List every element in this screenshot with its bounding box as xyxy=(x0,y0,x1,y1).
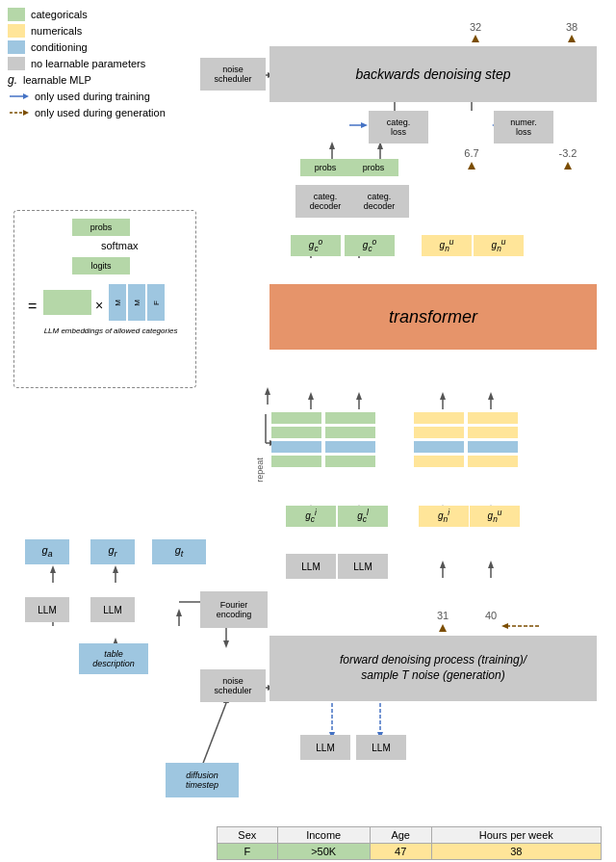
forward-denoising-label: forward denoising process (training)/ sa… xyxy=(340,653,526,683)
svg-marker-47 xyxy=(440,561,446,568)
softmax-explanation-box: probs softmax logits = × M M F LLM embed… xyxy=(13,210,196,388)
svg-marker-3 xyxy=(23,110,29,116)
probs-label-2: probs xyxy=(363,163,385,172)
fourier-box: Fourier encoding xyxy=(200,591,268,628)
categ-decoder-1-label: categ. decoder xyxy=(310,192,342,211)
categ-loss-label: categ. loss xyxy=(387,118,411,137)
gr-box: gr xyxy=(90,539,135,564)
cell-sex: F xyxy=(218,844,278,860)
llm-embeddings-label: LLM embeddings of allowed categories xyxy=(34,327,188,335)
svg-marker-49 xyxy=(488,561,494,568)
col-sex: Sex xyxy=(218,827,278,844)
legend-no-learnable: no learnable parameters xyxy=(8,57,186,70)
legend-g-symbol: g. xyxy=(8,73,17,87)
svg-marker-33 xyxy=(488,392,494,400)
diffusion-timestep-box: diffusion timestep xyxy=(166,763,239,797)
col-hours: Hours per week xyxy=(431,827,601,844)
llm-fwd-2: LLM xyxy=(356,735,406,760)
noise-scheduler-top: noise scheduler xyxy=(200,58,266,91)
legend-training-only: only used during training xyxy=(8,90,186,103)
svg-marker-27 xyxy=(308,392,314,400)
gc-i-1: gci xyxy=(286,506,336,527)
probs-inner: probs xyxy=(72,219,130,236)
gc-o-1: gco xyxy=(291,235,341,256)
arrow-40-in xyxy=(501,623,508,629)
svg-marker-1 xyxy=(23,93,29,99)
value-38: 38 xyxy=(566,21,578,33)
noise-scheduler-top-label: noise scheduler xyxy=(214,65,251,84)
input-strip-g2 xyxy=(325,412,375,424)
matrix-col1: M xyxy=(109,284,126,321)
input-strip-b4 xyxy=(468,441,518,453)
input-strip-g1 xyxy=(271,412,321,424)
legend-generation-only: only used during generation xyxy=(8,106,186,119)
svg-marker-68 xyxy=(113,565,118,573)
arrow-32-down xyxy=(472,35,479,42)
input-strip-y3 xyxy=(414,427,464,438)
training-arrow-icon xyxy=(8,90,29,103)
legend-color-conditioning xyxy=(8,40,25,54)
input-strip-b1 xyxy=(271,441,321,453)
input-strip-g6 xyxy=(325,456,375,467)
legend-numericals: numericals xyxy=(8,24,186,38)
llm-box-1: LLM xyxy=(286,554,336,579)
diffusion-timestep-label: diffusion timestep xyxy=(186,771,218,790)
input-strip-g5 xyxy=(271,456,321,467)
cell-hours: 38 xyxy=(431,844,601,860)
input-strip-g3 xyxy=(271,427,321,438)
input-strip-b2 xyxy=(325,441,375,453)
legend-label-categoricals: categoricals xyxy=(31,9,88,20)
backwards-denoising-label: backwards denoising step xyxy=(355,66,510,82)
gn-o-1: gnu xyxy=(422,235,472,256)
transformer-label: transformer xyxy=(389,307,477,327)
legend-label-conditioning: conditioning xyxy=(31,41,88,53)
arrow-neg3.2-down xyxy=(564,162,572,170)
input-strip-y5 xyxy=(414,456,464,467)
probs-label-1: probs xyxy=(315,163,337,172)
value-40: 40 xyxy=(485,610,497,621)
gc-i-2: gcl xyxy=(338,506,388,527)
value-31: 31 xyxy=(437,610,449,621)
logits-inner: logits xyxy=(72,257,130,274)
legend-conditioning: conditioning xyxy=(8,40,186,54)
matrix-col3: F xyxy=(147,284,165,321)
table-data-row: F >50K 47 38 xyxy=(218,844,602,860)
softmax-inner-label: softmax xyxy=(101,240,139,251)
gn-o-2: gnu xyxy=(474,235,524,256)
ga-box: ga xyxy=(25,539,69,564)
categ-decoder-2: categ. decoder xyxy=(349,185,409,218)
legend-label-generation: only used during generation xyxy=(35,107,166,118)
categ-loss-box: categ. loss xyxy=(369,111,428,144)
legend-color-no-learnable xyxy=(8,57,25,70)
legend-color-categoricals xyxy=(8,8,25,21)
numer-loss-label: numer. loss xyxy=(510,118,537,137)
categ-loss-arrowhead xyxy=(361,122,368,128)
llm-fwd-1: LLM xyxy=(300,735,350,760)
noise-scheduler-bottom: noise scheduler xyxy=(200,669,266,702)
svg-marker-31 xyxy=(440,392,446,400)
gn-i-1: gni xyxy=(419,506,469,527)
matrix-col2: M xyxy=(128,284,145,321)
arrow-31-down xyxy=(439,624,447,632)
numer-loss-box: numer. loss xyxy=(494,111,553,144)
gc-o-2: gco xyxy=(345,235,395,256)
arrow-6.7-down xyxy=(468,162,475,170)
legend-label-training: only used during training xyxy=(35,91,150,102)
input-strip-b3 xyxy=(414,441,464,453)
col-age: Age xyxy=(370,827,431,844)
llm-left-1: LLM xyxy=(25,597,69,622)
input-strip-y1 xyxy=(414,412,464,424)
categ-decoder-1: categ. decoder xyxy=(295,185,355,218)
times-sign: × xyxy=(95,298,103,313)
svg-marker-77 xyxy=(265,387,270,395)
input-strip-g4 xyxy=(325,427,375,438)
col-income: Income xyxy=(277,827,370,844)
input-strip-y2 xyxy=(468,412,518,424)
legend-learnable-mlp: g. learnable MLP xyxy=(8,73,186,87)
generation-arrow-icon xyxy=(8,106,29,119)
repeat-label: repeat xyxy=(255,457,265,483)
svg-marker-66 xyxy=(50,565,56,573)
value-6.7: 6.7 xyxy=(464,147,478,159)
data-table: Sex Income Age Hours per week F >50K 47 … xyxy=(217,826,602,860)
input-strip-y4 xyxy=(468,427,518,438)
